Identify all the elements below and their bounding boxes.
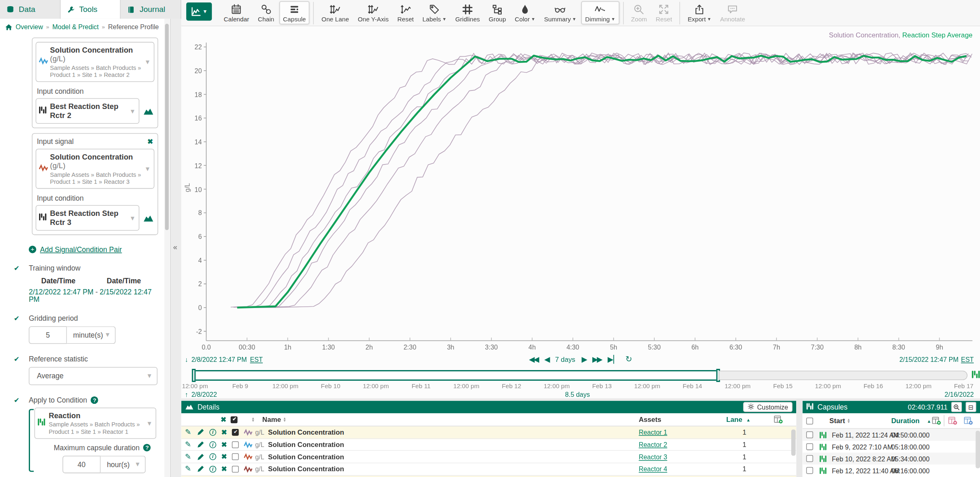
details-row[interactable]: ✎i✖g/LSolution ConcentrationReactor 11 [181, 426, 796, 439]
gridlines-button[interactable]: Gridlines [452, 1, 484, 24]
asset-link[interactable]: Reactor 4 [639, 465, 667, 473]
breadcrumb-item[interactable]: Overview [16, 23, 43, 30]
capsule-trace-line[interactable] [231, 53, 968, 307]
name-column-header[interactable]: Name [262, 416, 281, 423]
labels-button[interactable]: Labels▼ [419, 1, 450, 24]
info-icon[interactable]: i [209, 441, 216, 448]
add-signal-condition-pair-link[interactable]: + Add Signal/Condition Pair [29, 245, 164, 253]
view-condition-chart-button[interactable] [143, 107, 154, 115]
tab-journal[interactable]: Journal [121, 0, 181, 19]
highlight-icon[interactable] [197, 428, 204, 436]
summary-button[interactable]: Summary▼ [540, 1, 580, 24]
step-forward-button[interactable]: ▶ [582, 355, 586, 364]
chain-button[interactable]: Chain [254, 1, 278, 24]
range-duration-button[interactable]: 7 days [555, 355, 575, 363]
remove-pair-icon[interactable]: ✖ [147, 137, 153, 146]
refresh-icon[interactable]: ↻ [626, 354, 632, 364]
remove-icon[interactable]: ✖ [221, 428, 227, 436]
capsule-trace-line[interactable] [234, 53, 971, 307]
capsules-scrollbar[interactable] [975, 431, 980, 468]
asset-link[interactable]: Reactor 1 [639, 428, 667, 436]
capsule-row[interactable]: Feb 12, 2022 11:40 AM06:16:00.000 [802, 465, 980, 477]
range-end-value[interactable]: 2/15/2022 12:47 PM [899, 356, 959, 363]
help-icon[interactable]: ? [91, 396, 98, 404]
apply-condition-select[interactable]: Reaction Sample Assets » Batch Products … [35, 408, 156, 439]
export-button[interactable]: Export▼ [684, 1, 715, 24]
chart-type-button[interactable]: ▼ [186, 2, 212, 21]
average-line[interactable] [237, 56, 966, 308]
max-duration-value-input[interactable]: 40 [63, 456, 101, 473]
capsule-row[interactable]: Feb 10, 2022 8:22 AM05:34:00.000 [802, 453, 980, 465]
sort-color-icon[interactable] [251, 417, 255, 422]
details-row[interactable]: ✎i✖g/LSolution ConcentrationReactor 31 [181, 451, 796, 463]
step-forward-fast-button[interactable]: ▶▶ [592, 355, 601, 364]
sort-name-icon[interactable] [283, 417, 286, 422]
range-handle-left[interactable] [192, 369, 196, 382]
customize-button[interactable]: Customize [744, 402, 792, 412]
view-condition-chart-button[interactable] [143, 214, 154, 222]
home-icon[interactable] [5, 23, 12, 30]
capsule-checkbox[interactable] [806, 443, 813, 450]
input-condition-select-2[interactable]: Best Reaction Step Rctr 3 ▼ [36, 205, 139, 231]
capsule-trace-line[interactable] [253, 53, 968, 308]
capsule-trace-line[interactable] [237, 53, 968, 308]
color-button[interactable]: Color▼ [511, 1, 539, 24]
add-property-column-icon[interactable] [964, 417, 973, 426]
input-condition-select-1[interactable]: Best Reaction Step Rctr 2 ▼ [36, 98, 139, 124]
info-icon[interactable]: i [209, 429, 216, 436]
highlight-icon[interactable] [197, 441, 204, 448]
step-to-end-button[interactable]: ▶▏ [608, 355, 619, 364]
statistic-select[interactable]: Average ▼ [29, 367, 158, 385]
add-stat-column-icon[interactable] [948, 417, 957, 426]
asset-link[interactable]: Reactor 2 [639, 441, 667, 448]
capsule-button[interactable]: Capsule [279, 1, 310, 24]
magnifier-plus-icon[interactable] [951, 402, 962, 412]
capsule-trace-line[interactable] [246, 53, 971, 308]
selected-range[interactable] [192, 370, 719, 381]
highlight-icon[interactable] [197, 453, 204, 461]
row-checkbox[interactable] [232, 454, 239, 461]
edit-pencil-icon[interactable]: ✎ [185, 428, 191, 436]
assets-column-header[interactable]: Assets [639, 416, 661, 423]
details-scrollbar[interactable] [791, 429, 796, 456]
training-start-value[interactable]: 2/12/2022 12:47 PM [29, 288, 93, 296]
dimming-button[interactable]: Dimming▼ [582, 1, 619, 24]
start-column-header[interactable]: Start [829, 417, 845, 424]
sidebar-collapse-divider[interactable]: « [170, 19, 181, 477]
collapse-panel-icon[interactable]: ⊟ [966, 402, 976, 412]
edit-pencil-icon[interactable]: ✎ [185, 441, 191, 448]
investigate-timebar[interactable] [192, 370, 968, 381]
remove-all-icon[interactable]: ✖ [220, 415, 226, 424]
row-checkbox[interactable] [232, 429, 239, 436]
add-column-icon[interactable] [932, 417, 941, 426]
tab-data[interactable]: Data [0, 0, 60, 19]
timezone-link[interactable]: EST [250, 356, 263, 363]
remove-icon[interactable]: ✖ [221, 465, 227, 473]
range-start-value[interactable]: 2/8/2022 12:47 PM [191, 356, 247, 363]
one-lane-button[interactable]: One Lane [318, 1, 353, 24]
remove-icon[interactable]: ✖ [221, 453, 227, 461]
capsule-checkbox[interactable] [806, 467, 813, 474]
help-icon[interactable]: ? [144, 444, 151, 451]
details-row[interactable]: ✎i✖g/LSolution ConcentrationReactor 21 [181, 439, 796, 451]
duration-column-header[interactable]: Duration [891, 417, 920, 424]
lane-column-header[interactable]: Lane [726, 416, 742, 423]
select-all-checkbox[interactable] [231, 416, 238, 423]
timezone-link[interactable]: EST [961, 356, 974, 363]
timebar-end-date[interactable]: 2/16/2022 [945, 391, 974, 398]
input-signal-select-1[interactable]: Solution Concentration (g/L) Sample Asse… [36, 42, 155, 82]
one-y-axis-button[interactable]: One Y-Axis [354, 1, 392, 24]
details-row[interactable]: ✎i✖g/LSolution ConcentrationReactor 41 [181, 463, 796, 476]
unselected-range[interactable] [719, 371, 968, 380]
tab-tools[interactable]: Tools [60, 0, 121, 19]
add-column-icon[interactable] [774, 415, 783, 425]
gridding-unit-select[interactable]: minute(s) ▼ [67, 326, 116, 344]
info-icon[interactable]: i [209, 465, 216, 472]
row-checkbox[interactable] [232, 441, 239, 448]
edit-pencil-icon[interactable]: ✎ [185, 465, 191, 473]
sort-start-icon[interactable] [847, 418, 850, 424]
capsule-trace-line[interactable] [241, 53, 972, 308]
calendar-button[interactable]: Calendar [220, 1, 253, 24]
remove-icon[interactable]: ✖ [221, 440, 227, 449]
trend-plot[interactable] [181, 26, 973, 353]
